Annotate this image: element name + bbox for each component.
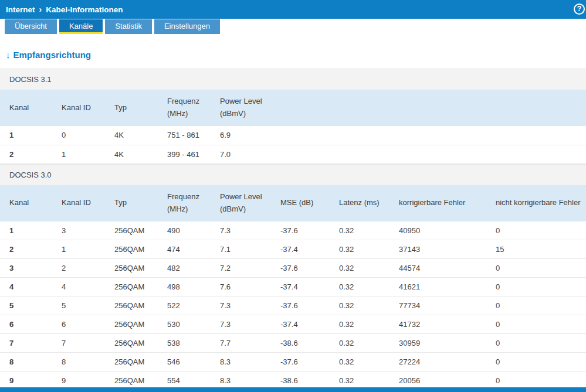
cell: 0.32	[330, 221, 389, 240]
channel-table: KanalKanal IDTypFrequenz (MHz)Power Leve…	[0, 90, 586, 164]
cell: 7.0	[211, 145, 586, 163]
cell: 7.3	[211, 315, 271, 334]
cell: 7.3	[211, 221, 271, 240]
tab-statistik[interactable]: Statistik	[105, 19, 152, 34]
cell: 399 - 461	[158, 145, 211, 163]
cell: 7.6	[211, 278, 271, 296]
cell: 77734	[389, 296, 486, 315]
column-header: Latenz (ms)	[330, 185, 389, 221]
cell: 8	[0, 353, 52, 371]
top-header-bar: Internet › Kabel-Informationen ?	[0, 0, 586, 19]
table-row: 32256QAM4827.2-37.60.32445740	[0, 259, 586, 278]
help-icon[interactable]: ?	[574, 4, 585, 15]
cell: -38.6	[271, 334, 330, 353]
cell: 2	[52, 259, 105, 278]
cell: 37143	[389, 240, 486, 259]
cell: 256QAM	[105, 296, 158, 315]
cell: 0	[52, 126, 105, 145]
cell: 5	[52, 296, 105, 315]
cell: 6.9	[211, 126, 586, 145]
table-section: DOCSIS 3.0KanalKanal IDTypFrequenz (MHz)…	[0, 164, 586, 391]
column-header: Power Level (dBmV)	[211, 185, 271, 221]
table-title: DOCSIS 3.0	[0, 164, 586, 185]
cell: 498	[158, 278, 211, 296]
column-header: Kanal	[0, 90, 52, 126]
column-header: Kanal	[0, 185, 52, 221]
cell: 538	[158, 334, 211, 353]
cell: 7	[0, 334, 52, 353]
cell: 8.3	[211, 353, 271, 371]
cell: 751 - 861	[158, 126, 211, 145]
arrow-down-icon: ↓	[6, 50, 11, 60]
column-header: Frequenz (MHz)	[158, 90, 211, 126]
cell: 256QAM	[105, 353, 158, 371]
cell: 5	[0, 296, 52, 315]
cell: 256QAM	[105, 334, 158, 353]
cell: 3	[0, 259, 52, 278]
tables-container: DOCSIS 3.1KanalKanal IDTypFrequenz (MHz)…	[0, 69, 586, 390]
cell: 30959	[389, 334, 486, 353]
table-header-row: KanalKanal IDTypFrequenz (MHz)Power Leve…	[0, 185, 586, 221]
section-heading-empfangsrichtung[interactable]: ↓Empfangsrichtung	[6, 50, 580, 60]
cell: -37.4	[271, 315, 330, 334]
cell: 0	[486, 221, 586, 240]
column-header: korrigierbare Fehler	[389, 185, 486, 221]
cell: -37.6	[271, 353, 330, 371]
cell: 2	[0, 145, 52, 163]
cell: 0.32	[330, 240, 389, 259]
cell: 15	[486, 240, 586, 259]
cell: 7	[52, 334, 105, 353]
cell: 4K	[105, 145, 158, 163]
cell: 256QAM	[105, 259, 158, 278]
table-row: 66256QAM5307.3-37.40.32417320	[0, 315, 586, 334]
table-row: 77256QAM5387.7-38.60.32309590	[0, 334, 586, 353]
tab-uebersicht[interactable]: Übersicht	[5, 19, 57, 34]
cell: 41621	[389, 278, 486, 296]
cell: 40950	[389, 221, 486, 240]
breadcrumb-section[interactable]: Internet	[6, 5, 35, 14]
table-row: 88256QAM5468.3-37.60.32272240	[0, 353, 586, 371]
tab-kanaele[interactable]: Kanäle	[59, 19, 103, 34]
cell: 1	[0, 126, 52, 145]
cell: 0.32	[330, 259, 389, 278]
cell: 482	[158, 259, 211, 278]
cell: -37.6	[271, 296, 330, 315]
cell: 0.32	[330, 353, 389, 371]
section-heading-label: Empfangsrichtung	[13, 50, 92, 60]
cell: 2	[0, 240, 52, 259]
cell: -37.4	[271, 278, 330, 296]
cell: 0.32	[330, 278, 389, 296]
cell: 0.32	[330, 296, 389, 315]
cell: 1	[52, 145, 105, 163]
cell: 4	[52, 278, 105, 296]
column-header: Typ	[105, 185, 158, 221]
table-header-row: KanalKanal IDTypFrequenz (MHz)Power Leve…	[0, 90, 586, 126]
channel-table: KanalKanal IDTypFrequenz (MHz)Power Leve…	[0, 185, 586, 391]
tab-einstellungen[interactable]: Einstellungen	[154, 19, 220, 34]
cell: 0	[486, 334, 586, 353]
cell: 0	[486, 278, 586, 296]
cell: 0	[486, 315, 586, 334]
table-row: 13256QAM4907.3-37.60.32409500	[0, 221, 586, 240]
cell: 0	[486, 259, 586, 278]
cell: 0.32	[330, 315, 389, 334]
table-row: 21256QAM4747.1-37.40.323714315	[0, 240, 586, 259]
column-header: Typ	[105, 90, 158, 126]
cell: 6	[0, 315, 52, 334]
column-header: Frequenz (MHz)	[158, 185, 211, 221]
table-row: 44256QAM4987.6-37.40.32416210	[0, 278, 586, 296]
bottom-blue-bar	[0, 387, 586, 392]
table-row: 104K751 - 8616.9	[0, 126, 586, 145]
cell: 0	[486, 296, 586, 315]
cell: 41732	[389, 315, 486, 334]
column-header: Kanal ID	[52, 90, 105, 126]
cell: -37.6	[271, 259, 330, 278]
cell: -37.6	[271, 221, 330, 240]
cell: 490	[158, 221, 211, 240]
column-header: nicht korrigierbare Fehler	[486, 185, 586, 221]
table-title: DOCSIS 3.1	[0, 69, 586, 90]
cell: 27224	[389, 353, 486, 371]
cell: 8	[52, 353, 105, 371]
column-header: MSE (dB)	[271, 185, 330, 221]
cell: 7.7	[211, 334, 271, 353]
